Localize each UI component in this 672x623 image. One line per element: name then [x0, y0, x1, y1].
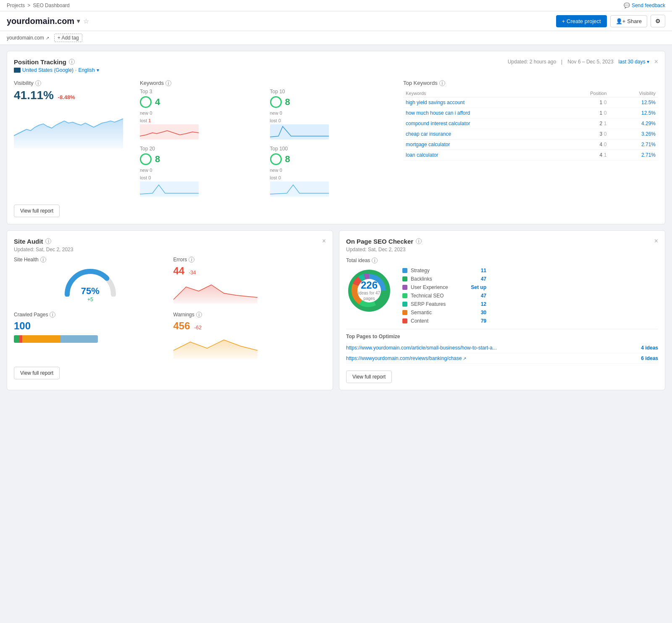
kw-top3-num: 4	[155, 97, 160, 108]
keyword-visibility: 3.26%	[609, 129, 658, 139]
keyword-link[interactable]: cheap car insurance	[403, 129, 561, 139]
legend-dot	[402, 268, 407, 273]
kw-top10: Top 10 8 new 0 lost 0	[270, 89, 395, 141]
crawled-info-icon[interactable]: i	[50, 312, 55, 318]
kw-top20-sparkline	[140, 181, 199, 197]
warnings-metric: Warnings i 456 -62	[173, 312, 326, 360]
crawled-value: 100	[14, 320, 167, 332]
create-project-button[interactable]: + Create project	[556, 15, 607, 27]
keyword-link[interactable]: compound interest calculator	[403, 118, 561, 129]
warnings-change: -62	[194, 325, 202, 331]
kw-top100-label: Top 100	[270, 146, 395, 152]
pt-info-icon[interactable]: i	[69, 59, 75, 65]
legend-dot	[402, 302, 407, 307]
legend-value[interactable]: 12	[481, 301, 486, 307]
sa-card-header: Site Audit i ×	[14, 237, 326, 245]
pt-view-report-button[interactable]: View full report	[14, 205, 60, 217]
op-view-report-button[interactable]: View full report	[346, 371, 392, 383]
table-row: loan calculator 4 1 2.71%	[403, 150, 658, 160]
sa-close-icon[interactable]: ×	[322, 237, 326, 245]
legend-label: Content	[411, 318, 478, 324]
page-url-link[interactable]: https://wwwyourdomain.com/reviews/bankin…	[346, 355, 466, 361]
total-ideas-info-icon[interactable]: i	[372, 258, 378, 263]
kw-top10-new-lost: new 0 lost 0	[270, 110, 395, 124]
share-button[interactable]: 👤+ Share	[610, 15, 647, 27]
kw-top3-new-lost: new 0 lost 1	[140, 110, 265, 124]
tk-col-keywords: Keywords	[403, 89, 561, 97]
keyword-visibility: 12.5%	[609, 108, 658, 118]
sa-view-report-button[interactable]: View full report	[14, 367, 60, 379]
chevron-down-icon: ▾	[647, 59, 649, 65]
keyword-position: 1 0	[561, 108, 609, 118]
pt-date-range: Nov 6 – Dec 5, 2023	[567, 59, 613, 65]
legend-value[interactable]: 47	[481, 276, 486, 282]
legend-value[interactable]: 79	[481, 318, 486, 324]
sa-info-icon[interactable]: i	[45, 238, 51, 244]
page-url-link[interactable]: https://www.yourdomain.com/article/small…	[346, 345, 497, 351]
errors-info-icon[interactable]: i	[189, 257, 194, 263]
keywords-grid: Top 3 4 new 0 lost 1	[140, 89, 395, 198]
domain-selector[interactable]: yourdomain.com ▾	[7, 16, 80, 26]
keyword-visibility: 2.71%	[609, 139, 658, 150]
chevron-down-icon: ▾	[77, 18, 80, 24]
errors-value-row: 44 -34	[173, 265, 326, 277]
page-ideas-count[interactable]: 4 ideas	[641, 345, 658, 351]
legend-value[interactable]: Set up	[471, 284, 486, 290]
visibility-info-icon[interactable]: i	[35, 80, 41, 86]
legend-value[interactable]: 47	[481, 293, 486, 299]
pt-location[interactable]: United States (Google) · English ▾	[14, 67, 658, 73]
pages-bar-green	[14, 335, 19, 343]
pt-title: Position Tracking i	[14, 58, 75, 66]
keyword-link[interactable]: loan calculator	[403, 150, 561, 160]
legend-item: Strategy 11	[402, 268, 486, 273]
warnings-sparkline	[173, 334, 257, 359]
pt-updated: Updated: 2 hours ago	[508, 59, 556, 65]
legend-value[interactable]: 30	[481, 310, 486, 315]
domain-link[interactable]: yourdomain.com ↗	[7, 35, 49, 41]
errors-metric: Errors i 44 -34	[173, 257, 326, 305]
keyword-link[interactable]: mortgage calculator	[403, 139, 561, 150]
donut-center-num: 226	[358, 280, 381, 290]
breadcrumb-projects[interactable]: Projects	[7, 3, 25, 8]
kw-top10-circle	[270, 96, 282, 108]
send-feedback-button[interactable]: 💬 Send feedback	[624, 3, 665, 8]
legend-label: SERP Features	[411, 301, 478, 307]
subdomain-bar: yourdomain.com ↗ + Add tag	[0, 31, 672, 45]
kw-top3-circle	[140, 96, 152, 108]
op-close-icon[interactable]: ×	[654, 237, 658, 245]
settings-button[interactable]: ⚙	[651, 15, 665, 27]
top-keywords-label: Top Keywords i	[403, 80, 658, 86]
keywords-section: Keywords i Top 3 4 new 0 lost 1	[140, 80, 395, 198]
op-pages: Top Pages to Optimize https://www.yourdo…	[346, 329, 658, 364]
warnings-info-icon[interactable]: i	[196, 312, 202, 318]
keyword-link[interactable]: high yield savings account	[403, 97, 561, 108]
keyword-link[interactable]: how much house can i afford	[403, 108, 561, 118]
visibility-change: -8.48%	[58, 94, 75, 100]
pt-close-icon[interactable]: ×	[654, 58, 658, 66]
kw-top10-value-row: 8	[270, 96, 395, 108]
pt-period-selector[interactable]: last 30 days ▾	[619, 59, 649, 65]
keywords-info-icon[interactable]: i	[165, 80, 171, 86]
kw-top100-value-row: 8	[270, 153, 395, 165]
op-info-icon[interactable]: i	[416, 238, 422, 244]
sa-metrics: Site Health i 75% +5	[14, 257, 326, 360]
pages-bar-blue	[60, 335, 98, 343]
op-pages-list: https://www.yourdomain.com/article/small…	[346, 343, 658, 364]
page-ideas-count[interactable]: 6 ideas	[641, 355, 658, 361]
favorite-icon[interactable]: ☆	[83, 17, 89, 25]
legend-value[interactable]: 11	[481, 268, 486, 273]
top-keywords-info-icon[interactable]: i	[439, 80, 445, 86]
add-tag-button[interactable]: + Add tag	[54, 34, 82, 42]
keyword-position: 2 1	[561, 118, 609, 129]
svg-rect-2	[140, 181, 199, 197]
site-health-info-icon[interactable]: i	[40, 257, 46, 263]
svg-rect-1	[270, 124, 329, 139]
domain-actions: + Create project 👤+ Share ⚙	[556, 15, 665, 27]
site-audit-card: Site Audit i × Updated: Sat, Dec 2, 2023…	[7, 230, 333, 390]
kw-top100-num: 8	[285, 154, 290, 165]
op-legend: Strategy 11 Backlinks 47 User Experience…	[402, 268, 486, 324]
crawled-pages-metric: Crawled Pages i 100	[14, 312, 167, 360]
visibility-section: Visibility i 41.11% -8.48%	[14, 80, 131, 198]
pages-bar-orange	[22, 335, 60, 343]
crawled-pages-bar	[14, 335, 98, 343]
